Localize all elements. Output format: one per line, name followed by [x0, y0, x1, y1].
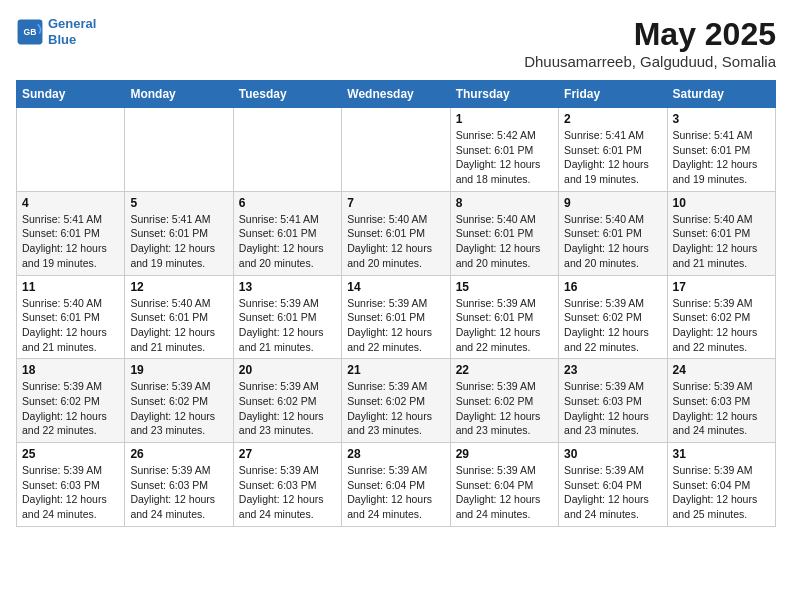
calendar-cell: 4Sunrise: 5:41 AM Sunset: 6:01 PM Daylig…: [17, 191, 125, 275]
calendar-cell: 19Sunrise: 5:39 AM Sunset: 6:02 PM Dayli…: [125, 359, 233, 443]
calendar-cell: 27Sunrise: 5:39 AM Sunset: 6:03 PM Dayli…: [233, 443, 341, 527]
day-of-week-header: Saturday: [667, 81, 775, 108]
calendar-cell: 9Sunrise: 5:40 AM Sunset: 6:01 PM Daylig…: [559, 191, 667, 275]
day-number: 19: [130, 363, 227, 377]
day-info: Sunrise: 5:39 AM Sunset: 6:01 PM Dayligh…: [347, 296, 444, 355]
day-of-week-header: Tuesday: [233, 81, 341, 108]
day-info: Sunrise: 5:39 AM Sunset: 6:04 PM Dayligh…: [456, 463, 553, 522]
day-info: Sunrise: 5:39 AM Sunset: 6:01 PM Dayligh…: [456, 296, 553, 355]
calendar-cell: 12Sunrise: 5:40 AM Sunset: 6:01 PM Dayli…: [125, 275, 233, 359]
calendar-week-row: 11Sunrise: 5:40 AM Sunset: 6:01 PM Dayli…: [17, 275, 776, 359]
day-of-week-header: Friday: [559, 81, 667, 108]
calendar-cell: 25Sunrise: 5:39 AM Sunset: 6:03 PM Dayli…: [17, 443, 125, 527]
day-info: Sunrise: 5:39 AM Sunset: 6:02 PM Dayligh…: [564, 296, 661, 355]
day-number: 24: [673, 363, 770, 377]
day-info: Sunrise: 5:41 AM Sunset: 6:01 PM Dayligh…: [673, 128, 770, 187]
day-info: Sunrise: 5:41 AM Sunset: 6:01 PM Dayligh…: [130, 212, 227, 271]
svg-text:GB: GB: [24, 27, 37, 37]
calendar-cell: 8Sunrise: 5:40 AM Sunset: 6:01 PM Daylig…: [450, 191, 558, 275]
day-info: Sunrise: 5:39 AM Sunset: 6:02 PM Dayligh…: [347, 379, 444, 438]
logo-line1: General: [48, 16, 96, 31]
day-info: Sunrise: 5:40 AM Sunset: 6:01 PM Dayligh…: [673, 212, 770, 271]
day-info: Sunrise: 5:41 AM Sunset: 6:01 PM Dayligh…: [22, 212, 119, 271]
calendar-cell: 31Sunrise: 5:39 AM Sunset: 6:04 PM Dayli…: [667, 443, 775, 527]
location-title: Dhuusamarreeb, Galguduud, Somalia: [524, 53, 776, 70]
calendar-cell: 30Sunrise: 5:39 AM Sunset: 6:04 PM Dayli…: [559, 443, 667, 527]
calendar-cell: 29Sunrise: 5:39 AM Sunset: 6:04 PM Dayli…: [450, 443, 558, 527]
day-number: 7: [347, 196, 444, 210]
day-number: 3: [673, 112, 770, 126]
day-info: Sunrise: 5:39 AM Sunset: 6:03 PM Dayligh…: [564, 379, 661, 438]
day-number: 2: [564, 112, 661, 126]
calendar-cell: 21Sunrise: 5:39 AM Sunset: 6:02 PM Dayli…: [342, 359, 450, 443]
day-number: 17: [673, 280, 770, 294]
day-info: Sunrise: 5:41 AM Sunset: 6:01 PM Dayligh…: [564, 128, 661, 187]
day-info: Sunrise: 5:40 AM Sunset: 6:01 PM Dayligh…: [130, 296, 227, 355]
calendar-cell: 13Sunrise: 5:39 AM Sunset: 6:01 PM Dayli…: [233, 275, 341, 359]
calendar-cell: 22Sunrise: 5:39 AM Sunset: 6:02 PM Dayli…: [450, 359, 558, 443]
calendar-week-row: 25Sunrise: 5:39 AM Sunset: 6:03 PM Dayli…: [17, 443, 776, 527]
day-number: 27: [239, 447, 336, 461]
logo-line2: Blue: [48, 32, 76, 47]
day-number: 22: [456, 363, 553, 377]
day-info: Sunrise: 5:39 AM Sunset: 6:04 PM Dayligh…: [347, 463, 444, 522]
day-info: Sunrise: 5:40 AM Sunset: 6:01 PM Dayligh…: [564, 212, 661, 271]
calendar-cell: 28Sunrise: 5:39 AM Sunset: 6:04 PM Dayli…: [342, 443, 450, 527]
day-number: 9: [564, 196, 661, 210]
day-info: Sunrise: 5:39 AM Sunset: 6:04 PM Dayligh…: [673, 463, 770, 522]
calendar-header-row: SundayMondayTuesdayWednesdayThursdayFrid…: [17, 81, 776, 108]
day-number: 21: [347, 363, 444, 377]
calendar-cell: 26Sunrise: 5:39 AM Sunset: 6:03 PM Dayli…: [125, 443, 233, 527]
day-info: Sunrise: 5:40 AM Sunset: 6:01 PM Dayligh…: [347, 212, 444, 271]
calendar-cell: [342, 108, 450, 192]
day-info: Sunrise: 5:39 AM Sunset: 6:02 PM Dayligh…: [22, 379, 119, 438]
day-of-week-header: Wednesday: [342, 81, 450, 108]
day-number: 10: [673, 196, 770, 210]
calendar-cell: 2Sunrise: 5:41 AM Sunset: 6:01 PM Daylig…: [559, 108, 667, 192]
day-number: 25: [22, 447, 119, 461]
day-info: Sunrise: 5:39 AM Sunset: 6:02 PM Dayligh…: [456, 379, 553, 438]
calendar-cell: 5Sunrise: 5:41 AM Sunset: 6:01 PM Daylig…: [125, 191, 233, 275]
calendar-cell: 10Sunrise: 5:40 AM Sunset: 6:01 PM Dayli…: [667, 191, 775, 275]
day-number: 15: [456, 280, 553, 294]
day-info: Sunrise: 5:39 AM Sunset: 6:03 PM Dayligh…: [239, 463, 336, 522]
day-number: 14: [347, 280, 444, 294]
day-number: 6: [239, 196, 336, 210]
day-number: 28: [347, 447, 444, 461]
month-title: May 2025: [524, 16, 776, 53]
calendar-week-row: 4Sunrise: 5:41 AM Sunset: 6:01 PM Daylig…: [17, 191, 776, 275]
title-block: May 2025 Dhuusamarreeb, Galguduud, Somal…: [524, 16, 776, 70]
day-info: Sunrise: 5:39 AM Sunset: 6:02 PM Dayligh…: [239, 379, 336, 438]
day-number: 16: [564, 280, 661, 294]
calendar-cell: 6Sunrise: 5:41 AM Sunset: 6:01 PM Daylig…: [233, 191, 341, 275]
calendar-cell: 17Sunrise: 5:39 AM Sunset: 6:02 PM Dayli…: [667, 275, 775, 359]
calendar-cell: 7Sunrise: 5:40 AM Sunset: 6:01 PM Daylig…: [342, 191, 450, 275]
day-info: Sunrise: 5:42 AM Sunset: 6:01 PM Dayligh…: [456, 128, 553, 187]
day-info: Sunrise: 5:40 AM Sunset: 6:01 PM Dayligh…: [22, 296, 119, 355]
calendar-cell: 16Sunrise: 5:39 AM Sunset: 6:02 PM Dayli…: [559, 275, 667, 359]
calendar-cell: 18Sunrise: 5:39 AM Sunset: 6:02 PM Dayli…: [17, 359, 125, 443]
calendar-cell: [17, 108, 125, 192]
calendar-cell: 3Sunrise: 5:41 AM Sunset: 6:01 PM Daylig…: [667, 108, 775, 192]
day-info: Sunrise: 5:39 AM Sunset: 6:02 PM Dayligh…: [673, 296, 770, 355]
calendar-table: SundayMondayTuesdayWednesdayThursdayFrid…: [16, 80, 776, 527]
day-number: 20: [239, 363, 336, 377]
calendar-week-row: 18Sunrise: 5:39 AM Sunset: 6:02 PM Dayli…: [17, 359, 776, 443]
calendar-cell: 20Sunrise: 5:39 AM Sunset: 6:02 PM Dayli…: [233, 359, 341, 443]
page-header: GB General Blue May 2025 Dhuusamarreeb, …: [16, 16, 776, 70]
day-of-week-header: Thursday: [450, 81, 558, 108]
day-number: 11: [22, 280, 119, 294]
day-info: Sunrise: 5:39 AM Sunset: 6:01 PM Dayligh…: [239, 296, 336, 355]
calendar-cell: 24Sunrise: 5:39 AM Sunset: 6:03 PM Dayli…: [667, 359, 775, 443]
day-info: Sunrise: 5:39 AM Sunset: 6:04 PM Dayligh…: [564, 463, 661, 522]
logo-text: General Blue: [48, 16, 96, 47]
calendar-cell: 1Sunrise: 5:42 AM Sunset: 6:01 PM Daylig…: [450, 108, 558, 192]
calendar-week-row: 1Sunrise: 5:42 AM Sunset: 6:01 PM Daylig…: [17, 108, 776, 192]
calendar-cell: 23Sunrise: 5:39 AM Sunset: 6:03 PM Dayli…: [559, 359, 667, 443]
day-of-week-header: Sunday: [17, 81, 125, 108]
day-info: Sunrise: 5:39 AM Sunset: 6:02 PM Dayligh…: [130, 379, 227, 438]
day-info: Sunrise: 5:39 AM Sunset: 6:03 PM Dayligh…: [673, 379, 770, 438]
day-number: 29: [456, 447, 553, 461]
calendar-cell: [125, 108, 233, 192]
day-of-week-header: Monday: [125, 81, 233, 108]
